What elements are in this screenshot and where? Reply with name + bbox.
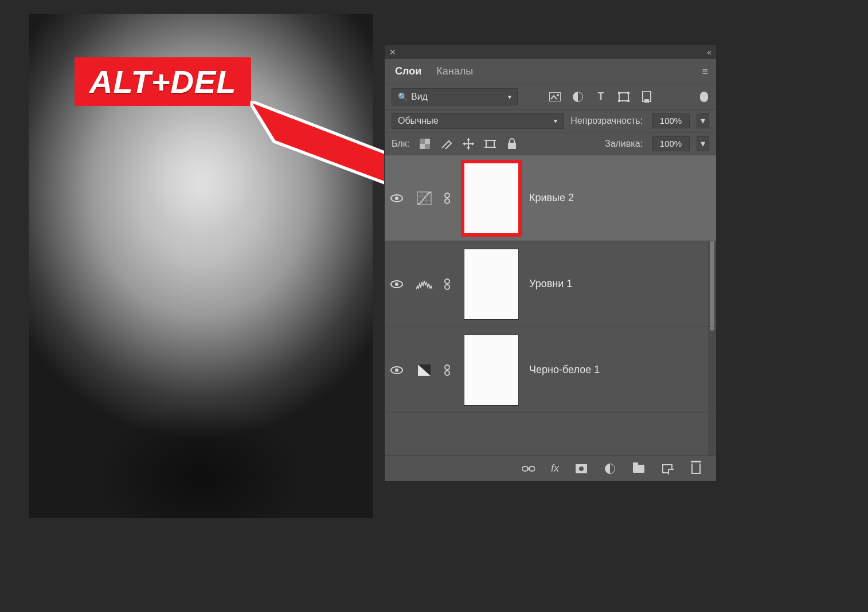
lock-artboard-icon[interactable] xyxy=(484,138,496,150)
shortcut-badge: ALT+DEL xyxy=(75,57,251,106)
svg-rect-9 xyxy=(644,99,649,103)
fill-label: Заливка: xyxy=(605,139,643,149)
layer-mask-thumbnail[interactable] xyxy=(464,335,519,406)
lock-position-icon[interactable] xyxy=(462,138,475,150)
mask-link-icon[interactable] xyxy=(443,192,453,205)
lock-row: Блк: Заливка: 100% ▾ xyxy=(385,132,716,155)
svg-rect-4 xyxy=(618,92,620,94)
lock-icons xyxy=(419,138,518,150)
layer-mask-thumbnail[interactable] xyxy=(464,249,519,320)
close-icon[interactable]: ✕ xyxy=(389,48,396,57)
visibility-icon[interactable] xyxy=(390,366,405,375)
visibility-icon[interactable] xyxy=(390,280,405,289)
bw-adjustment-icon[interactable] xyxy=(416,363,433,377)
fill-value[interactable]: 100% xyxy=(652,136,690,151)
filter-kind-dropdown[interactable]: 🔍Вид ▾ xyxy=(392,88,518,105)
filter-row: 🔍Вид ▾ T xyxy=(385,84,716,109)
delete-layer-icon[interactable] xyxy=(690,462,702,475)
filter-pixel-icon[interactable] xyxy=(549,91,561,103)
new-layer-icon[interactable] xyxy=(661,462,674,475)
filter-toggle[interactable] xyxy=(700,92,708,102)
lock-transparent-icon[interactable] xyxy=(419,138,431,150)
visibility-icon[interactable] xyxy=(390,194,405,203)
svg-rect-6 xyxy=(618,100,620,102)
mask-link-icon[interactable] xyxy=(443,364,453,376)
svg-point-35 xyxy=(445,371,449,375)
filter-adjust-icon[interactable] xyxy=(572,91,584,103)
link-layers-icon[interactable] xyxy=(522,462,535,475)
tab-layers[interactable]: Слои xyxy=(393,60,424,83)
blend-mode-dropdown[interactable]: Обычные ▾ xyxy=(392,113,564,129)
add-mask-icon[interactable] xyxy=(575,462,588,475)
svg-rect-7 xyxy=(627,100,630,102)
tab-channels[interactable]: Каналы xyxy=(434,60,475,83)
lock-pixels-icon[interactable] xyxy=(440,138,453,150)
layer-fx-icon[interactable]: fx xyxy=(551,462,559,474)
lock-all-icon[interactable] xyxy=(506,138,518,150)
svg-point-24 xyxy=(445,193,449,198)
chevron-down-icon: ▾ xyxy=(508,93,511,101)
svg-point-28 xyxy=(445,279,449,284)
filter-smart-icon[interactable] xyxy=(640,91,653,103)
layer-mask-thumbnail[interactable] xyxy=(464,163,519,234)
svg-point-34 xyxy=(445,365,449,370)
new-adjustment-icon[interactable] xyxy=(604,462,616,475)
layers-list: Кривые 2 Уровни 1 xyxy=(385,155,716,456)
svg-rect-5 xyxy=(627,92,630,94)
layer-name[interactable]: Кривые 2 xyxy=(529,192,574,204)
filter-icons: T xyxy=(549,91,653,103)
new-group-icon[interactable] xyxy=(632,462,645,475)
layer-name[interactable]: Уровни 1 xyxy=(529,278,572,290)
search-icon: 🔍 xyxy=(398,92,408,101)
svg-point-29 xyxy=(445,285,449,289)
opacity-value[interactable]: 100% xyxy=(652,113,690,128)
svg-rect-13 xyxy=(486,140,494,147)
filter-kind-label: Вид xyxy=(411,92,428,101)
svg-point-27 xyxy=(395,283,398,286)
blend-row: Обычные ▾ Непрозрачность: 100% ▾ xyxy=(385,109,716,132)
filter-shape-icon[interactable] xyxy=(617,91,630,103)
lock-label: Блк: xyxy=(392,139,409,149)
svg-rect-3 xyxy=(619,93,628,101)
opacity-label: Непрозрачность: xyxy=(570,116,643,126)
svg-rect-11 xyxy=(420,139,425,144)
layer-row[interactable]: Черно-белое 1 xyxy=(385,327,716,413)
panel-topbar: ✕ « xyxy=(385,45,716,59)
svg-rect-12 xyxy=(425,144,430,149)
layer-name[interactable]: Черно-белое 1 xyxy=(529,364,600,376)
panel-tabs: Слои Каналы ≡ xyxy=(385,59,716,84)
layers-panel: ✕ « Слои Каналы ≡ 🔍Вид ▾ T Обычн xyxy=(384,45,717,481)
levels-adjustment-icon[interactable] xyxy=(416,277,433,291)
mask-link-icon[interactable] xyxy=(443,278,453,291)
collapse-icon[interactable]: « xyxy=(707,48,711,57)
svg-point-31 xyxy=(395,368,398,372)
svg-point-18 xyxy=(395,197,398,200)
svg-point-25 xyxy=(445,199,449,203)
svg-point-2 xyxy=(557,94,559,96)
curves-adjustment-icon[interactable] xyxy=(416,191,433,205)
chevron-down-icon: ▾ xyxy=(554,117,557,125)
panel-bottom-toolbar: fx xyxy=(385,456,716,481)
panel-menu-icon[interactable]: ≡ xyxy=(702,66,708,78)
opacity-stepper[interactable]: ▾ xyxy=(697,113,709,128)
filter-text-icon[interactable]: T xyxy=(595,91,607,103)
svg-rect-16 xyxy=(508,143,516,149)
layer-row[interactable]: Уровни 1 xyxy=(385,241,716,327)
layer-row[interactable]: Кривые 2 xyxy=(385,155,716,241)
blend-mode-label: Обычные xyxy=(398,116,439,126)
fill-stepper[interactable]: ▾ xyxy=(697,136,709,151)
